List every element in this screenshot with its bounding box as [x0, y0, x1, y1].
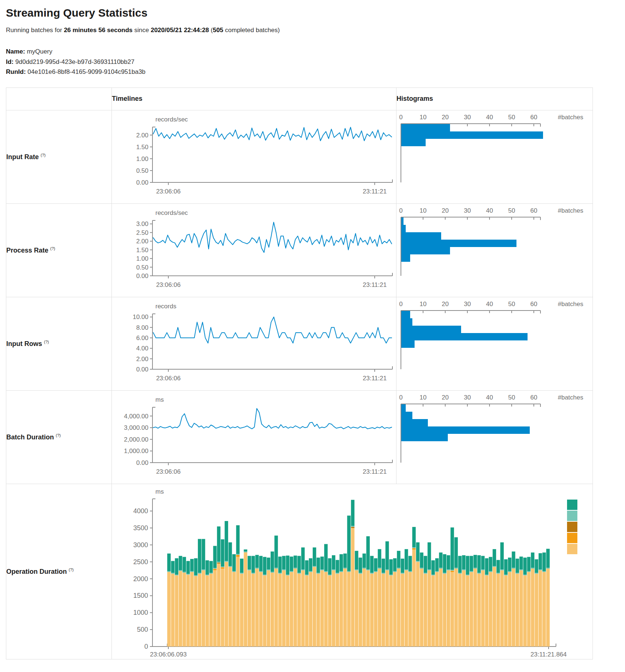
svg-text:10: 10 — [420, 207, 427, 214]
help-icon[interactable]: (?) — [69, 568, 73, 572]
svg-text:8.00: 8.00 — [136, 324, 148, 331]
svg-text:50: 50 — [508, 301, 515, 308]
query-name-label: Name: — [6, 48, 25, 55]
completed-batches-count: 505 — [213, 27, 223, 34]
svg-text:50: 50 — [508, 207, 515, 214]
svg-text:60: 60 — [530, 114, 538, 121]
svg-text:1.50: 1.50 — [136, 143, 148, 150]
svg-text:records: records — [155, 303, 176, 310]
svg-text:23:06:06: 23:06:06 — [156, 375, 181, 382]
svg-text:2.50: 2.50 — [136, 229, 148, 236]
query-id-value: 9d0dd219-995d-423e-b97d-36931110bb27 — [16, 58, 135, 65]
svg-text:60: 60 — [530, 394, 538, 401]
svg-text:#batches: #batches — [558, 207, 583, 214]
svg-text:3500: 3500 — [133, 524, 148, 531]
svg-text:10.00: 10.00 — [133, 313, 148, 320]
svg-text:10: 10 — [420, 394, 427, 401]
svg-text:23:06:06.093: 23:06:06.093 — [150, 651, 186, 658]
svg-text:23:11:21: 23:11:21 — [363, 468, 387, 475]
query-runid-label: RunId: — [6, 68, 26, 75]
svg-text:20: 20 — [442, 394, 449, 401]
svg-text:30: 30 — [464, 207, 471, 214]
query-id-row: Id: 9d0dd219-995d-423e-b97d-36931110bb27 — [6, 57, 625, 67]
svg-text:3000: 3000 — [133, 541, 148, 548]
svg-text:23:11:21.864: 23:11:21.864 — [530, 651, 567, 658]
header-timelines: Timelines — [112, 88, 396, 110]
svg-text:40: 40 — [486, 114, 493, 121]
input-rows-timeline-chart: records0.002.004.006.008.0010.0023:06:06… — [112, 297, 396, 390]
table-row: Operation Duration (?) ms050010001500200… — [6, 484, 593, 659]
help-icon[interactable]: (?) — [44, 340, 49, 344]
svg-text:0.00: 0.00 — [136, 459, 148, 466]
svg-text:#batches: #batches — [558, 394, 583, 401]
svg-text:#batches: #batches — [558, 114, 583, 121]
svg-text:23:11:21: 23:11:21 — [363, 281, 387, 288]
legend-swatch-series-light-teal — [567, 511, 577, 521]
help-icon[interactable]: (?) — [50, 246, 55, 251]
svg-text:0.50: 0.50 — [136, 167, 148, 174]
svg-text:3,000.00: 3,000.00 — [124, 424, 148, 431]
table-row: Input Rate (?) records/sec0.000.501.001.… — [6, 110, 593, 203]
svg-text:50: 50 — [508, 394, 515, 401]
svg-text:30: 30 — [464, 301, 471, 308]
svg-text:60: 60 — [530, 301, 538, 308]
svg-text:records/sec: records/sec — [155, 209, 188, 216]
query-runid-row: RunId: 04e101e6-8bf8-4165-9099-9104c951b… — [6, 67, 625, 77]
svg-text:20: 20 — [442, 114, 449, 121]
svg-text:1,000.00: 1,000.00 — [124, 448, 148, 455]
svg-text:0: 0 — [399, 394, 402, 401]
svg-text:1.00: 1.00 — [136, 255, 148, 262]
svg-text:1500: 1500 — [133, 592, 148, 599]
svg-text:#batches: #batches — [558, 301, 583, 308]
svg-text:0.00: 0.00 — [136, 366, 148, 373]
svg-text:0: 0 — [399, 114, 402, 121]
svg-text:ms: ms — [155, 488, 164, 495]
svg-text:2500: 2500 — [133, 558, 148, 565]
svg-text:2000: 2000 — [133, 575, 148, 582]
svg-text:50: 50 — [508, 114, 515, 121]
status-text: Running batches for — [6, 27, 64, 34]
svg-text:2,000.00: 2,000.00 — [124, 436, 148, 443]
legend-swatch-series-orange — [567, 533, 577, 543]
svg-text:6.00: 6.00 — [136, 335, 148, 342]
svg-text:40: 40 — [486, 394, 493, 401]
query-name-row: Name: myQuery — [6, 47, 625, 57]
query-name-value: myQuery — [27, 48, 52, 55]
svg-text:1000: 1000 — [133, 609, 148, 616]
row-label-input-rows: Input Rows (?) — [6, 297, 112, 390]
svg-text:4,000.00: 4,000.00 — [124, 412, 148, 419]
header-histograms: Histograms — [396, 88, 593, 110]
row-label-input-rate: Input Rate (?) — [6, 110, 112, 203]
help-icon[interactable]: (?) — [41, 153, 45, 157]
svg-text:0.50: 0.50 — [136, 264, 148, 271]
svg-text:4.00: 4.00 — [136, 345, 148, 352]
svg-text:40: 40 — [486, 207, 493, 214]
svg-text:0: 0 — [399, 207, 402, 214]
svg-text:10: 10 — [420, 301, 427, 308]
batch-duration-histogram-chart: 0102030405060#batches — [396, 391, 593, 484]
svg-text:2.00: 2.00 — [136, 131, 148, 138]
statistics-table: Timelines Histograms Input Rate (?) reco… — [6, 88, 593, 659]
svg-text:30: 30 — [464, 394, 471, 401]
svg-text:20: 20 — [442, 301, 449, 308]
row-label-batch-duration: Batch Duration (?) — [6, 390, 112, 484]
process-rate-timeline-chart: records/sec0.000.501.001.502.002.503.002… — [112, 204, 396, 297]
svg-text:10: 10 — [420, 114, 427, 121]
help-icon[interactable]: (?) — [56, 433, 61, 438]
input-rate-timeline-chart: records/sec0.000.501.001.502.0023:06:062… — [112, 110, 396, 203]
header-empty-cell — [6, 88, 112, 110]
svg-text:1.50: 1.50 — [136, 246, 148, 253]
table-row: Process Rate (?) records/sec0.000.501.00… — [6, 203, 593, 297]
svg-text:0: 0 — [144, 643, 148, 650]
page-title: Streaming Query Statistics — [6, 7, 625, 19]
table-header-row: Timelines Histograms — [6, 88, 593, 110]
svg-text:3.00: 3.00 — [136, 220, 148, 227]
batch-duration-timeline-chart: ms0.001,000.002,000.003,000.004,000.0023… — [112, 391, 396, 484]
table-row: Input Rows (?) records0.002.004.006.008.… — [6, 297, 593, 390]
legend-swatch-series-teal — [567, 500, 577, 510]
svg-text:0.00: 0.00 — [136, 272, 148, 280]
svg-text:records/sec: records/sec — [155, 116, 188, 123]
svg-text:23:11:21: 23:11:21 — [363, 375, 387, 382]
status-line: Running batches for 26 minutes 56 second… — [6, 27, 625, 34]
legend-swatch-series-dark-orange — [567, 522, 577, 532]
